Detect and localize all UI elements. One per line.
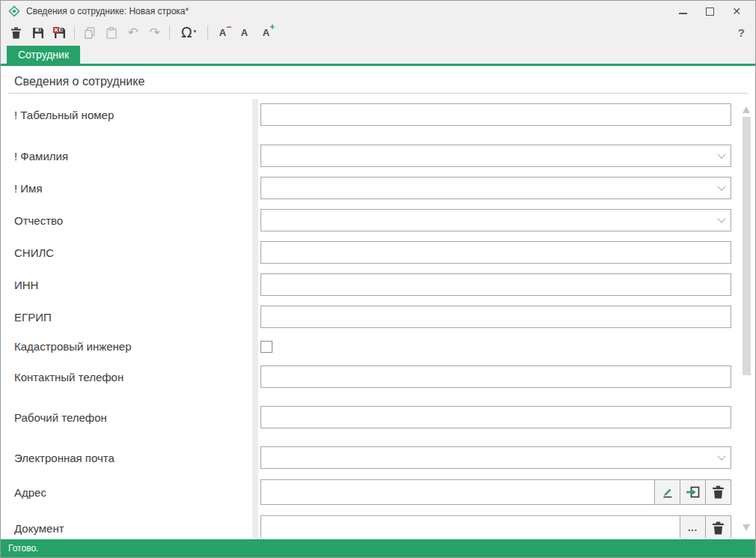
font-increase-button[interactable]: A+	[255, 23, 277, 43]
scroll-up-icon[interactable]	[743, 106, 750, 113]
form-row-contact-phone: Контактный телефон	[1, 366, 755, 388]
font-normal-icon: A	[241, 28, 248, 37]
form-row-email: Электронная почта	[1, 446, 755, 469]
status-text: Готово.	[8, 543, 38, 554]
paste-icon	[106, 27, 117, 39]
font-increase-icon: A+	[263, 28, 269, 37]
form-row-last-name: ! Фамилия	[1, 145, 755, 167]
document-browse-button[interactable]: ...	[680, 515, 706, 538]
tab-employee[interactable]: Сотрудник	[7, 46, 80, 64]
floppy-icon	[32, 27, 44, 39]
save-and-close-button[interactable]	[49, 23, 70, 43]
address-input[interactable]	[260, 479, 655, 505]
font-decrease-button[interactable]: A−	[212, 23, 234, 43]
copy-button[interactable]	[79, 23, 100, 43]
field-label: СНИЛС	[1, 246, 260, 259]
field-label: Документ	[1, 522, 260, 535]
form-row-inn: ИНН	[1, 273, 755, 296]
last-name-combo[interactable]	[260, 145, 731, 167]
window-controls: ✕	[673, 4, 749, 19]
form-row-document: Документ ...	[1, 515, 755, 538]
help-button[interactable]: ?	[732, 26, 751, 39]
copy-icon	[84, 27, 96, 39]
snils-input[interactable]	[260, 241, 731, 264]
minimize-icon	[679, 13, 687, 14]
toolbar-separator	[74, 25, 75, 40]
address-import-button[interactable]	[680, 479, 706, 505]
field-label: ! Имя	[1, 182, 260, 195]
trash-icon	[712, 521, 725, 535]
toolbar-separator	[207, 25, 208, 40]
maximize-icon	[706, 7, 714, 16]
form-row-snils: СНИЛС	[1, 241, 755, 264]
trash-icon	[712, 485, 725, 499]
maximize-button[interactable]	[700, 4, 719, 19]
undo-button[interactable]: ↶	[122, 23, 144, 43]
section-title: Сведения о сотруднике	[14, 75, 755, 88]
title-bar: Сведения о сотруднике: Новая строка* ✕	[1, 1, 755, 22]
field-label: ! Фамилия	[1, 150, 260, 163]
omega-icon: Ω	[181, 25, 192, 40]
import-arrow-icon	[686, 485, 701, 499]
form-row-cadastral-engineer: Кадастровый инженер	[1, 340, 755, 353]
redo-button[interactable]: ↷	[144, 23, 165, 43]
redo-icon: ↷	[149, 26, 159, 39]
field-label: ! Табельный номер	[1, 109, 260, 121]
employee-form: ! Табельный номер ! Фамилия ! Имя Отчест…	[1, 103, 755, 538]
egrip-input[interactable]	[260, 306, 731, 328]
delete-button[interactable]	[5, 23, 27, 43]
toolbar: ↶ ↷ Ω ▾ A− A A+ ?	[1, 22, 755, 43]
ellipsis-icon: ...	[688, 524, 698, 533]
employee-number-input[interactable]	[260, 103, 731, 126]
field-label: ЕГРИП	[1, 311, 260, 324]
form-row-egrip: ЕГРИП	[1, 306, 755, 328]
vertical-scrollbar[interactable]	[742, 100, 752, 536]
form-row-first-name: ! Имя	[1, 177, 755, 199]
save-button[interactable]	[27, 23, 49, 43]
close-icon: ✕	[732, 6, 741, 16]
toolbar-separator	[169, 25, 170, 40]
field-label: Отчество	[1, 214, 260, 227]
app-compass-icon	[8, 5, 20, 17]
form-row-middle-name: Отчество	[1, 209, 755, 231]
trash-icon	[10, 27, 22, 39]
field-label: Контактный телефон	[1, 371, 260, 383]
address-edit-button[interactable]	[654, 479, 680, 505]
minimize-button[interactable]	[673, 4, 692, 19]
address-delete-button[interactable]	[705, 479, 731, 505]
contact-phone-input[interactable]	[260, 366, 731, 388]
status-bar: Готово.	[1, 539, 755, 557]
field-label: Кадастровый инженер	[1, 340, 260, 353]
field-label: ИНН	[1, 279, 260, 291]
close-button[interactable]: ✕	[727, 4, 746, 19]
paste-button[interactable]	[100, 23, 122, 43]
work-phone-input[interactable]	[260, 406, 731, 428]
pencil-icon	[661, 485, 674, 499]
first-name-combo[interactable]	[260, 177, 731, 199]
cadastral-engineer-checkbox[interactable]	[260, 341, 272, 353]
font-decrease-icon: A−	[219, 28, 226, 37]
content-area: Сведения о сотруднике ! Табельный номер …	[1, 66, 755, 538]
caret-down-icon: ▾	[194, 28, 197, 34]
app-window: Сведения о сотруднике: Новая строка* ✕	[0, 0, 756, 558]
field-label: Адрес	[1, 486, 260, 499]
document-input[interactable]	[260, 515, 680, 538]
document-delete-button[interactable]	[705, 515, 731, 538]
form-row-work-phone: Рабочий телефон	[1, 406, 755, 428]
floppy-close-icon	[53, 27, 66, 39]
tab-strip: Сотрудник	[1, 43, 755, 66]
undo-icon: ↶	[127, 26, 138, 39]
scroll-down-icon[interactable]	[743, 524, 750, 531]
middle-name-combo[interactable]	[260, 209, 731, 231]
form-row-address: Адрес	[1, 479, 755, 505]
scrollbar-thumb[interactable]	[743, 117, 751, 375]
field-label: Электронная почта	[1, 452, 260, 464]
field-label: Рабочий телефон	[1, 411, 260, 424]
email-combo[interactable]	[260, 446, 731, 469]
special-symbols-button[interactable]: Ω ▾	[174, 23, 204, 43]
section-divider	[8, 93, 748, 94]
font-normal-button[interactable]: A	[234, 23, 255, 43]
inn-input[interactable]	[260, 273, 731, 296]
window-title: Сведения о сотруднике: Новая строка*	[26, 6, 189, 16]
form-row-employee-number: ! Табельный номер	[1, 103, 755, 126]
